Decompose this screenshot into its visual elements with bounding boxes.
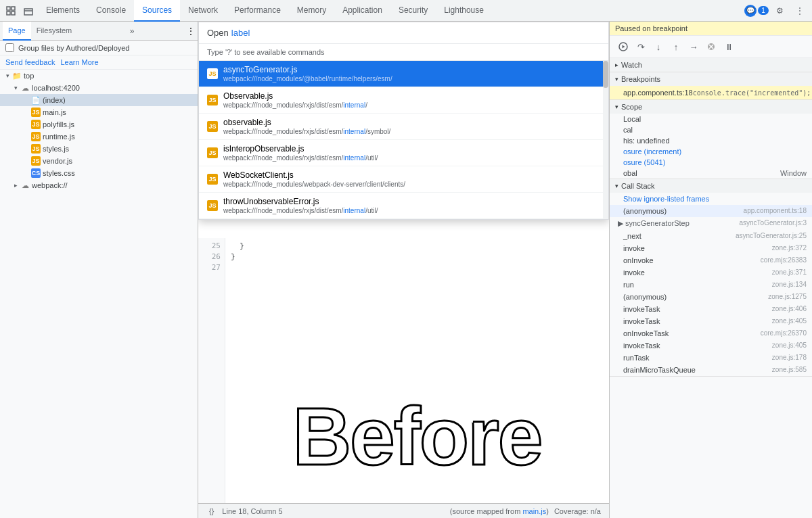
call-stack-item-oninvoke[interactable]: onInvoke core.mjs:26383 — [610, 254, 812, 266]
item-text-3: isInteropObservable.js webpack:///node_m… — [223, 144, 378, 162]
main-area: Page Filesystem » ⋮ Group files by Autho… — [0, 22, 812, 518]
scope-closure-5041-name: osure (5041) — [623, 158, 665, 166]
item-icon-4: JS — [207, 174, 218, 185]
quick-open-item-3[interactable]: JS isInteropObservable.js webpack:///nod… — [199, 140, 608, 166]
fn-name-invoke1: invoke — [623, 244, 645, 252]
send-feedback-link[interactable]: Send feedback — [5, 58, 55, 66]
open-label: Open — [207, 28, 229, 38]
tab-elements[interactable]: Elements — [38, 0, 88, 22]
quick-open-item-5[interactable]: JS throwUnobservableError.js webpack:///… — [199, 193, 608, 219]
fn-loc-next: asyncToGenerator.js:25 — [736, 232, 807, 240]
quick-open-item-2[interactable]: JS observable.js webpack:///node_modules… — [199, 114, 608, 140]
call-stack-item-invoke1[interactable]: invoke zone.js:372 — [610, 242, 812, 254]
call-stack-item-invoketask3[interactable]: invokeTask zone.js:405 — [610, 339, 812, 352]
cloud-icon-localhost: ☁ — [20, 83, 30, 93]
item-name-1: Observable.js — [223, 91, 367, 101]
code-content[interactable]: } } Before — [225, 238, 609, 503]
tree-item-styles-js[interactable]: ▸ JS styles.js — [0, 143, 198, 155]
status-bar: {} Line 18, Column 5 (source mapped from… — [198, 503, 609, 518]
right-panel: Paused on breakpoint ↷ ↓ ↑ → ⏸ ▸ Watch — [609, 22, 812, 518]
tree-item-index[interactable]: ▸ 📄 (index) — [0, 94, 198, 106]
call-stack-item-invoke2[interactable]: invoke zone.js:371 — [610, 266, 812, 279]
watch-section-header[interactable]: ▸ Watch — [610, 58, 812, 72]
item-icon-3: JS — [207, 147, 218, 158]
paused-status: Paused on breakpoint — [615, 24, 687, 32]
main-js-link[interactable]: main.js — [522, 507, 546, 515]
subtab-filesystem[interactable]: Filesystem — [31, 22, 78, 41]
call-stack-item-anon[interactable]: (anonymous) zone.js:1275 — [610, 291, 812, 303]
dock-icon[interactable] — [20, 3, 37, 19]
format-button[interactable]: {} — [206, 507, 217, 515]
scope-section-header[interactable]: ▾ Scope — [610, 100, 812, 114]
scope-closure-increment[interactable]: osure (increment) — [610, 146, 812, 157]
item-icon-1: JS — [207, 95, 218, 105]
quick-open-item-4[interactable]: JS WebSocketClient.js webpack:///node_mo… — [199, 166, 608, 193]
bp-code: console.trace("incremented"); — [693, 89, 811, 97]
svg-rect-2 — [7, 11, 10, 15]
item-icon-5: JS — [207, 200, 218, 211]
call-stack-item-invoketask2[interactable]: invokeTask zone.js:405 — [610, 315, 812, 327]
tree-item-webpack[interactable]: ▸ ☁ webpack:// — [0, 179, 198, 191]
tab-security[interactable]: Security — [390, 0, 436, 22]
subtabs-more-icon[interactable]: » — [127, 26, 137, 36]
fn-loc-drain: zone.js:585 — [772, 366, 807, 374]
tab-console[interactable]: Console — [88, 0, 134, 22]
breakpoint-item-0[interactable]: app.component.ts:18 console.trace("incre… — [610, 86, 812, 99]
item-path-1: webpack:///node_modules/rxjs/dist/esm/in… — [223, 101, 367, 109]
step-into-button[interactable]: ↓ — [650, 39, 667, 55]
quick-open-input[interactable] — [231, 28, 600, 38]
call-stack-section-header[interactable]: ▾ Call Stack — [610, 179, 812, 193]
step-button[interactable]: → — [685, 39, 702, 55]
tree-item-runtime[interactable]: ▸ JS runtime.js — [0, 131, 198, 143]
tab-memory[interactable]: Memory — [289, 0, 334, 22]
fn-name-invoketask1: invokeTask — [623, 305, 660, 313]
scope-closure-5041[interactable]: osure (5041) — [610, 157, 812, 168]
call-stack-item-next[interactable]: _next asyncToGenerator.js:25 — [610, 230, 812, 242]
line-num-26: 26 — [198, 252, 221, 262]
tab-network[interactable]: Network — [180, 0, 226, 22]
deactivate-breakpoints-button[interactable] — [703, 39, 719, 55]
tab-sources[interactable]: Sources — [134, 0, 180, 22]
tree-item-vendor[interactable]: ▸ JS vendor.js — [0, 155, 198, 167]
back-icon[interactable] — [3, 3, 19, 19]
group-files-checkbox[interactable] — [5, 43, 14, 52]
bp-file: app.component.ts:18 — [623, 89, 693, 97]
tab-lighthouse[interactable]: Lighthouse — [436, 0, 492, 22]
settings-icon[interactable]: ⚙ — [771, 3, 788, 19]
tree-item-styles-css[interactable]: ▸ CS styles.css — [0, 167, 198, 179]
call-stack-item-runtask[interactable]: runTask zone.js:178 — [610, 352, 812, 364]
tab-performance[interactable]: Performance — [226, 0, 289, 22]
quick-open-item-1[interactable]: JS Observable.js webpack:///node_modules… — [199, 87, 608, 114]
tree-item-main[interactable]: ▸ JS main.js — [0, 106, 198, 118]
call-stack-item-0[interactable]: (anonymous) app.component.ts:18 — [610, 205, 812, 217]
feedback-icon[interactable]: 💬 — [744, 5, 757, 17]
subtabs-overflow-icon[interactable]: ⋮ — [187, 26, 195, 36]
tree-item-polyfills[interactable]: ▸ JS polyfills.js — [0, 118, 198, 131]
call-stack-item-syncgen[interactable]: ▶ syncGeneratorStep asyncToGenerator.js:… — [610, 217, 812, 230]
learn-more-link[interactable]: Learn More — [60, 58, 98, 66]
call-stack-item-drain[interactable]: drainMicroTaskQueue zone.js:585 — [610, 364, 812, 376]
item-name-2: observable.js — [223, 118, 390, 127]
fn-loc-invoke2: zone.js:371 — [772, 268, 807, 277]
step-out-button[interactable]: ↑ — [668, 39, 684, 55]
breakpoints-section-header[interactable]: ▾ Breakpoints — [610, 72, 812, 86]
quick-open-item-0[interactable]: JS asyncToGenerator.js webpack:///node_m… — [199, 61, 608, 87]
show-ignore-listed-frames[interactable]: Show ignore-listed frames — [610, 193, 812, 205]
call-stack-item-run[interactable]: run zone.js:134 — [610, 279, 812, 291]
call-stack-item-oninvoketask[interactable]: onInvokeTask core.mjs:26370 — [610, 327, 812, 339]
devtools-tab-bar: Elements Console Sources Network Perform… — [0, 0, 812, 22]
tree-item-localhost[interactable]: ▾ ☁ localhost:4200 — [0, 82, 198, 94]
scrollbar-thumb[interactable] — [603, 61, 608, 88]
call-stack-item-invoketask1[interactable]: invokeTask zone.js:406 — [610, 303, 812, 315]
step-over-button[interactable]: ↷ — [633, 39, 649, 55]
notification-badge: 1 — [758, 6, 769, 15]
resume-button[interactable] — [615, 39, 631, 55]
subtab-page[interactable]: Page — [3, 22, 31, 41]
tree-item-top[interactable]: ▾ 📁 top — [0, 70, 198, 82]
more-options-icon[interactable]: ⋮ — [792, 3, 808, 19]
fn-name-next: _next — [623, 232, 641, 240]
line-num-27: 27 — [198, 262, 221, 273]
fn-loc-oninvoke: core.mjs:26383 — [761, 256, 807, 264]
pause-on-exceptions-button[interactable]: ⏸ — [721, 39, 737, 55]
tab-application[interactable]: Application — [334, 0, 390, 22]
